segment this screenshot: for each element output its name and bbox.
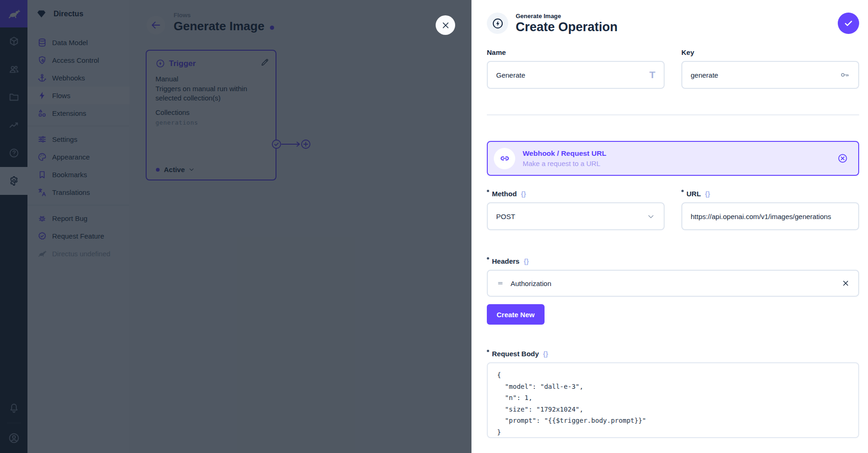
title-formatter-icon: T xyxy=(649,69,655,80)
raw-value-icon[interactable]: {} xyxy=(524,258,529,265)
save-button[interactable] xyxy=(838,13,859,34)
key-label: Key xyxy=(681,48,859,56)
request-body-editor[interactable]: { "model": "dall-e-3", "n": 1, "size": "… xyxy=(487,362,859,438)
section-divider xyxy=(487,114,859,115)
cancel-circle-icon[interactable] xyxy=(837,153,848,164)
operation-icon-circle xyxy=(487,13,508,34)
key-icon xyxy=(840,70,850,80)
raw-value-icon[interactable]: {} xyxy=(705,190,710,198)
directus-app: Directus Data Model Access Control Webho… xyxy=(0,0,868,453)
method-value: POST xyxy=(496,213,646,220)
remove-header-icon[interactable] xyxy=(841,279,850,287)
key-field[interactable] xyxy=(681,61,859,89)
name-field[interactable]: T xyxy=(487,61,665,89)
required-dot xyxy=(487,190,489,192)
check-icon xyxy=(843,18,854,29)
close-icon xyxy=(441,20,451,30)
url-field-group: URL {} xyxy=(681,190,859,230)
chevron-down-icon xyxy=(646,212,655,221)
method-field-group: Method {} POST xyxy=(487,190,665,230)
url-input[interactable] xyxy=(691,213,850,220)
name-label: Name xyxy=(487,48,665,56)
key-field-group: Key xyxy=(681,48,859,89)
drawer-title: Create Operation xyxy=(516,20,618,34)
name-key-row: Name T Key xyxy=(487,48,859,89)
headers-section: Headers {} Authorization Create New xyxy=(487,257,859,325)
name-input[interactable] xyxy=(496,71,645,79)
operation-type-banner[interactable]: Webhook / Request URL Make a request to … xyxy=(487,141,859,176)
required-dot xyxy=(487,257,489,260)
banner-title: Webhook / Request URL xyxy=(523,149,606,158)
url-label: URL {} xyxy=(681,190,859,198)
create-new-button[interactable]: Create New xyxy=(487,304,545,325)
drawer-header: Generate Image Create Operation xyxy=(487,10,859,36)
method-select[interactable]: POST xyxy=(487,202,665,230)
create-operation-drawer: Generate Image Create Operation Name T K… xyxy=(471,0,868,453)
drawer-context: Generate Image xyxy=(516,13,618,20)
required-dot xyxy=(681,190,684,192)
link-icon-circle xyxy=(494,148,515,169)
request-body-section: Request Body {} { "model": "dall-e-3", "… xyxy=(487,350,859,438)
required-dot xyxy=(487,350,489,352)
url-field[interactable] xyxy=(681,202,859,230)
headers-label: Headers {} xyxy=(487,257,859,265)
name-field-group: Name T xyxy=(487,48,665,89)
header-row-value: Authorization xyxy=(511,280,552,287)
method-url-row: Method {} POST URL {} xyxy=(487,190,859,230)
bolt-circle-icon xyxy=(491,17,504,30)
raw-value-icon[interactable]: {} xyxy=(521,190,526,198)
header-row[interactable]: Authorization xyxy=(487,270,859,297)
method-label: Method {} xyxy=(487,190,665,198)
drawer-close-button[interactable] xyxy=(436,15,455,35)
drawer-titles: Generate Image Create Operation xyxy=(516,13,618,34)
link-icon xyxy=(499,153,511,164)
request-body-label: Request Body {} xyxy=(487,350,859,358)
raw-value-icon[interactable]: {} xyxy=(543,350,548,358)
drag-handle-icon[interactable] xyxy=(496,279,505,287)
banner-subtitle: Make a request to a URL xyxy=(523,160,606,167)
key-input[interactable] xyxy=(691,71,835,79)
banner-texts: Webhook / Request URL Make a request to … xyxy=(523,149,606,167)
